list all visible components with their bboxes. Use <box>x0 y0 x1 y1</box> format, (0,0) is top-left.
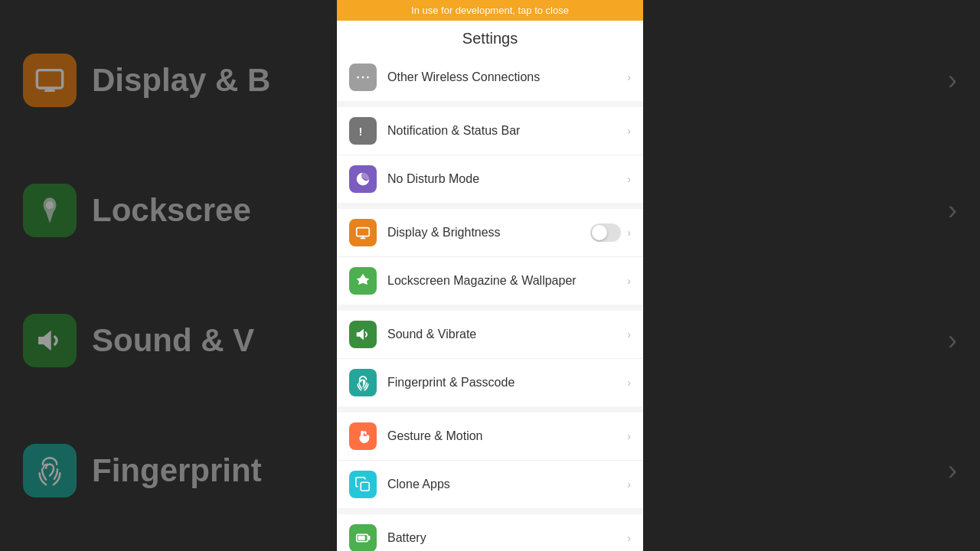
bg-icon-lockscreen <box>23 184 77 237</box>
background-right: › › › › <box>643 0 980 551</box>
bg-text-fingerprint: Fingerprint <box>92 452 262 489</box>
svg-rect-13 <box>361 482 369 491</box>
bg-icon-display <box>23 54 77 107</box>
item-sound-vibrate[interactable]: Sound & Vibrate › <box>337 311 643 359</box>
chevron-clone: › <box>627 478 631 491</box>
label-no-disturb: No Disturb Mode <box>387 172 627 186</box>
icon-lockscreen-wallpaper <box>349 267 377 295</box>
section-notification: ! Notification & Status Bar › No Disturb… <box>337 107 643 203</box>
section-wireless: Other Wireless Connections › <box>337 54 643 101</box>
icon-clone-apps <box>349 471 377 498</box>
dev-banner[interactable]: In use for development, tap to close <box>337 0 643 21</box>
svg-marker-4 <box>38 331 51 351</box>
bg-chevron-1: › <box>948 64 957 96</box>
item-no-disturb[interactable]: No Disturb Mode › <box>337 155 643 203</box>
icon-other-wireless <box>349 64 377 91</box>
icon-battery <box>349 524 377 551</box>
toggle-knob-display <box>592 225 607 240</box>
icon-gesture-motion <box>349 422 377 450</box>
toggle-display-brightness[interactable] <box>590 223 621 242</box>
bg-text-display: Display & B <box>92 62 270 99</box>
bg-item-lockscreen: Lockscree <box>23 184 314 237</box>
svg-point-6 <box>362 77 364 79</box>
svg-point-3 <box>46 201 54 209</box>
chevron-other-wireless: › <box>627 71 631 83</box>
bg-text-lockscreen: Lockscree <box>92 192 251 229</box>
svg-point-7 <box>367 77 369 79</box>
svg-text:!: ! <box>359 126 363 138</box>
bg-icon-fingerprint <box>23 444 77 497</box>
bg-chevron-2: › <box>948 194 957 227</box>
bg-icon-sound <box>23 314 77 367</box>
item-lockscreen-wallpaper[interactable]: Lockscreen Magazine & Wallpaper › <box>337 257 643 305</box>
item-notification-status-bar[interactable]: ! Notification & Status Bar › <box>337 107 643 155</box>
chevron-gesture: › <box>627 430 631 442</box>
item-display-brightness[interactable]: Display & Brightness › <box>337 209 643 257</box>
section-battery: Battery › Privacy permissions › <box>337 514 643 551</box>
chevron-notification: › <box>627 125 631 137</box>
item-other-wireless[interactable]: Other Wireless Connections › <box>337 54 643 101</box>
bg-chevron-3: › <box>948 324 957 357</box>
icon-sound-vibrate <box>349 321 377 348</box>
label-other-wireless: Other Wireless Connections <box>387 70 627 84</box>
label-gesture-motion: Gesture & Motion <box>387 429 627 443</box>
section-display: Display & Brightness › Lockscreen Magazi… <box>337 209 643 305</box>
chevron-fingerprint: › <box>627 377 631 389</box>
bg-item-fingerprint: Fingerprint <box>23 444 314 497</box>
svg-rect-9 <box>357 228 370 236</box>
item-fingerprint-passcode[interactable]: Fingerprint & Passcode › <box>337 359 643 406</box>
label-fingerprint-passcode: Fingerprint & Passcode <box>387 376 627 390</box>
label-clone-apps: Clone Apps <box>387 478 627 491</box>
icon-notification-status-bar: ! <box>349 117 377 145</box>
section-gesture: Gesture & Motion › Clone Apps › <box>337 412 643 508</box>
chevron-lockscreen: › <box>627 275 631 287</box>
bg-chevron-4: › <box>948 455 957 487</box>
label-battery: Battery <box>387 531 627 545</box>
icon-no-disturb <box>349 165 377 193</box>
icon-display-brightness <box>349 219 377 246</box>
svg-rect-16 <box>358 536 365 540</box>
chevron-no-disturb: › <box>627 173 631 185</box>
settings-title: Settings <box>337 21 643 54</box>
item-gesture-motion[interactable]: Gesture & Motion › <box>337 412 643 461</box>
bg-text-sound: Sound & V <box>92 322 254 359</box>
chevron-battery: › <box>627 532 631 544</box>
settings-panel: In use for development, tap to close Set… <box>337 0 643 551</box>
bg-item-display: Display & B <box>23 54 314 107</box>
svg-rect-0 <box>37 70 62 88</box>
label-display-brightness: Display & Brightness <box>387 226 590 240</box>
chevron-sound: › <box>627 328 631 341</box>
background-left: Display & B Lockscree Sound & V <box>0 0 337 551</box>
item-battery[interactable]: Battery › <box>337 514 643 551</box>
icon-fingerprint-passcode <box>349 369 377 396</box>
bg-item-sound: Sound & V <box>23 314 314 367</box>
chevron-display: › <box>627 227 631 239</box>
section-sound: Sound & Vibrate › <box>337 311 643 406</box>
label-sound-vibrate: Sound & Vibrate <box>387 328 627 341</box>
svg-marker-12 <box>357 329 364 341</box>
label-notification-status-bar: Notification & Status Bar <box>387 124 627 138</box>
label-lockscreen-wallpaper: Lockscreen Magazine & Wallpaper <box>387 274 627 288</box>
svg-point-5 <box>357 77 359 79</box>
settings-list: Other Wireless Connections › ! Notificat… <box>337 54 643 551</box>
item-clone-apps[interactable]: Clone Apps › <box>337 461 643 508</box>
